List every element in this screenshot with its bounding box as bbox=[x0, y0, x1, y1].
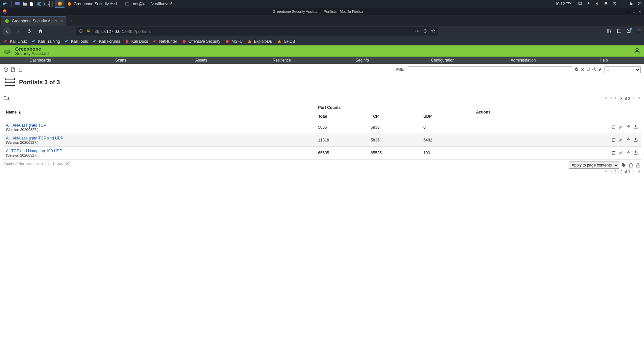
svg-rect-9 bbox=[630, 3, 632, 5]
portlist-link[interactable]: All TCP and Nmap top 100 UDP bbox=[6, 149, 62, 153]
bulk-tag-icon[interactable] bbox=[621, 163, 626, 168]
ssl-warning-icon[interactable] bbox=[86, 29, 91, 34]
bm-nethunter[interactable]: NetHunter bbox=[153, 39, 177, 44]
nav-secinfo[interactable]: SecInfo bbox=[322, 57, 403, 63]
tray-logout-icon[interactable] bbox=[637, 1, 642, 7]
nav-assets[interactable]: Assets bbox=[161, 57, 242, 63]
firefox-navbar: https://127.0.0.1:9392/portlists ••• bbox=[0, 26, 644, 37]
page-last-icon[interactable] bbox=[637, 96, 641, 101]
bm-ghdb[interactable]: GHDB bbox=[277, 39, 295, 44]
nav-reload-button[interactable] bbox=[25, 27, 34, 36]
menu-icon[interactable] bbox=[636, 28, 641, 35]
taskbar-firefox[interactable] bbox=[55, 0, 64, 8]
bm-offensive-security[interactable]: Offensive Security bbox=[182, 39, 220, 44]
col-name[interactable]: Name ▲ bbox=[3, 103, 315, 121]
bm-kali-linux[interactable]: Kali Linux bbox=[3, 39, 27, 44]
action-delete-icon[interactable] bbox=[610, 151, 616, 156]
nav-administration[interactable]: Administration bbox=[483, 57, 564, 63]
page-next-icon[interactable] bbox=[632, 96, 635, 101]
tray-power-icon[interactable] bbox=[612, 1, 617, 7]
tray-volume-icon[interactable] bbox=[595, 1, 600, 7]
filter-help-icon[interactable]: ? bbox=[592, 67, 597, 73]
import-icon[interactable] bbox=[18, 67, 23, 72]
bm-exploit-db[interactable]: Exploit-DB bbox=[247, 39, 273, 44]
nav-help[interactable]: Help bbox=[563, 57, 644, 63]
action-export-icon[interactable] bbox=[632, 151, 638, 156]
action-clone-icon[interactable] bbox=[625, 151, 631, 156]
new-tab-button[interactable]: ＋ bbox=[66, 16, 76, 26]
library-icon[interactable] bbox=[607, 28, 612, 35]
action-export-icon[interactable] bbox=[632, 126, 638, 130]
filter-reset-icon[interactable] bbox=[580, 67, 585, 73]
user-menu-icon[interactable] bbox=[633, 47, 641, 55]
nav-back-button[interactable] bbox=[3, 27, 11, 36]
taskbar-app-gsa[interactable]: Greenbone Security Assi... bbox=[65, 1, 122, 7]
action-delete-icon[interactable] bbox=[610, 139, 616, 143]
page-next-icon[interactable] bbox=[632, 169, 635, 174]
help-icon[interactable]: ? bbox=[3, 67, 9, 72]
kali-menu-icon[interactable] bbox=[2, 1, 9, 7]
sidebar-icon[interactable] bbox=[616, 28, 622, 35]
tab-greenbone[interactable]: Greenbone Security Assis ✕ bbox=[1, 16, 66, 26]
tray-download-icon[interactable] bbox=[586, 1, 591, 7]
portlist-link[interactable]: All IANA assigned TCP bbox=[6, 123, 46, 128]
filter-preset-select[interactable]: -- bbox=[605, 66, 641, 73]
filter-edit-icon[interactable] bbox=[598, 67, 603, 73]
bookmark-star-icon[interactable] bbox=[431, 29, 435, 34]
globe-icon[interactable] bbox=[36, 1, 42, 7]
url-more-icon[interactable]: ••• bbox=[415, 29, 420, 34]
action-edit-icon[interactable] bbox=[617, 126, 623, 130]
page-first-icon[interactable] bbox=[604, 169, 608, 174]
reader-mode-icon[interactable] bbox=[423, 29, 428, 34]
portlist-link[interactable]: All IANA assigned TCP and UDP bbox=[6, 136, 63, 140]
action-clone-icon[interactable] bbox=[625, 126, 631, 130]
workspace-icon[interactable] bbox=[14, 1, 21, 7]
url-bar[interactable]: https://127.0.0.1:9392/portlists ••• bbox=[76, 27, 438, 36]
tray-lock-icon[interactable] bbox=[629, 1, 633, 7]
site-info-icon[interactable] bbox=[79, 29, 84, 34]
tab-close-icon[interactable]: ✕ bbox=[60, 19, 63, 23]
page-prev-icon[interactable] bbox=[609, 96, 613, 101]
action-delete-icon[interactable] bbox=[610, 126, 616, 130]
nav-scans[interactable]: Scans bbox=[81, 57, 161, 63]
page-prev-icon[interactable] bbox=[609, 169, 613, 174]
window-minimize[interactable]: — bbox=[626, 10, 630, 14]
bm-kali-docs[interactable]: Kali Docs bbox=[125, 39, 148, 44]
filter-apply-icon[interactable] bbox=[574, 67, 579, 73]
page-last-icon[interactable] bbox=[637, 169, 641, 174]
bulk-export-icon[interactable] bbox=[635, 163, 641, 168]
page-first-icon[interactable] bbox=[604, 96, 608, 101]
note-icon[interactable] bbox=[29, 1, 35, 7]
nav-dashboards[interactable]: Dashboards bbox=[0, 57, 81, 63]
bulk-action-select[interactable]: Apply to page contents bbox=[569, 162, 619, 169]
window-close[interactable]: ✕ bbox=[638, 10, 641, 14]
nav-forward-button[interactable] bbox=[14, 27, 22, 36]
nav-configuration[interactable]: Configuration bbox=[403, 57, 483, 63]
bm-msfu[interactable]: MSFU bbox=[225, 39, 243, 44]
filter-remove-icon[interactable] bbox=[586, 67, 591, 73]
nav-resilience[interactable]: Resilience bbox=[241, 57, 322, 63]
window-maximize[interactable]: □ bbox=[633, 10, 635, 14]
bm-kali-forums[interactable]: Kali Forums bbox=[92, 39, 120, 44]
tray-display-icon[interactable] bbox=[578, 1, 582, 7]
action-clone-icon[interactable] bbox=[625, 139, 631, 143]
folder-icon[interactable] bbox=[3, 95, 9, 102]
bulk-delete-icon[interactable] bbox=[628, 163, 633, 168]
account-icon[interactable] bbox=[626, 28, 632, 35]
nav-home-button[interactable] bbox=[36, 27, 45, 36]
terminal-icon[interactable]: >_ ▾ bbox=[43, 1, 50, 7]
bm-kali-tools[interactable]: Kali Tools bbox=[64, 39, 88, 44]
col-udp[interactable]: UDP bbox=[421, 112, 473, 121]
action-edit-icon[interactable] bbox=[617, 151, 623, 156]
tray-bell-icon[interactable] bbox=[604, 1, 608, 7]
action-edit-icon[interactable] bbox=[617, 139, 623, 143]
bm-kali-training[interactable]: Kali Training bbox=[32, 39, 60, 44]
taskbar-app-term[interactable]: root@kali: /var/lib/gvm/... bbox=[123, 1, 179, 7]
col-tcp[interactable]: TCP bbox=[368, 112, 421, 121]
filter-input[interactable] bbox=[408, 66, 572, 73]
new-portlist-icon[interactable] bbox=[11, 67, 16, 72]
files-icon[interactable] bbox=[21, 1, 28, 7]
col-total[interactable]: Total bbox=[315, 112, 368, 121]
greenbone-logo[interactable]: Greenbone Security Assistant bbox=[3, 46, 49, 56]
action-export-icon[interactable] bbox=[632, 139, 638, 143]
